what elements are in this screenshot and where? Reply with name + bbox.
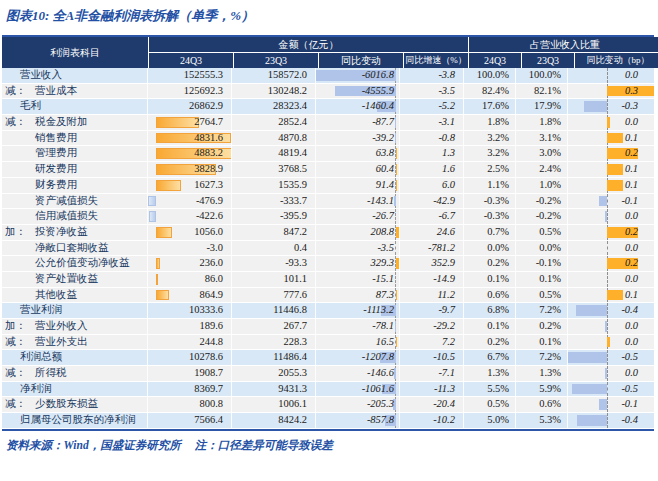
cell-value: 0.5%	[487, 398, 509, 409]
row-label: 信用减值损失	[2, 209, 98, 224]
cell-23q3-ratio: 0.5%	[516, 288, 568, 303]
cell-23q3-ratio: 5.9%	[516, 382, 568, 397]
cell-value: 0.6%	[539, 398, 561, 409]
row-label: 其他收益	[2, 288, 77, 303]
cell-24q3-ratio: 1.8%	[464, 115, 516, 130]
cell-value: -4555.9	[362, 85, 394, 96]
row-label: 净敞口套期收益	[2, 241, 109, 256]
cell-yoy-change-bp: 0.3	[568, 84, 654, 99]
cell-23q3-amount: 847.2	[232, 225, 316, 240]
cell-value: -857.8	[367, 414, 394, 425]
cell-value: 5.0%	[487, 414, 509, 425]
row-label: 销售费用	[2, 131, 77, 146]
cell-value: 60.4	[376, 163, 394, 174]
cell-23q3-amount: 101.1	[232, 272, 316, 287]
cell-value: 2.4%	[539, 163, 561, 174]
cell-value: 158572.0	[268, 69, 307, 80]
cell-24q3-amount: 8369.7	[148, 382, 232, 397]
data-bar-positive	[607, 337, 610, 348]
cell-value: 228.3	[283, 336, 307, 347]
data-bar-positive	[607, 290, 623, 301]
cell-value: 0.1%	[539, 273, 561, 284]
table-row: 营业收入152555.3158572.0-6016.8-3.8100.0%100…	[2, 68, 654, 84]
cell-24q3-amount: 1627.3	[148, 178, 232, 193]
cell-yoy-change-bp: 0.1	[568, 288, 654, 303]
table-row: 资产减值损失-476.9-333.7-143.1-42.9-0.3%-0.2%-…	[2, 194, 654, 210]
cell-value: -143.1	[367, 195, 394, 206]
cell-23q3-amount: 8424.2	[232, 413, 316, 428]
cell-value: 0.1	[625, 179, 638, 190]
cell-value: -0.2%	[536, 195, 561, 206]
cell-value: -7.1	[438, 367, 455, 378]
cell-23q3-ratio: 0.1%	[516, 272, 568, 287]
cell-value: -93.3	[285, 257, 307, 268]
cell-value: -42.9	[433, 195, 455, 206]
cell-yoy-change: 87.3	[316, 288, 400, 303]
cell-24q3-amount: 189.6	[148, 319, 232, 334]
cell-23q3-amount: 9431.3	[232, 382, 316, 397]
cell-yoy-change: -1061.6	[316, 382, 400, 397]
cell-23q3-ratio: 1.0%	[516, 178, 568, 193]
data-bar-negative	[599, 196, 607, 207]
cell-value: 847.2	[283, 226, 307, 237]
cell-yoy-growth: 352.9	[400, 256, 464, 271]
cell-value: 4819.4	[278, 147, 307, 158]
cell-item: 减：所得税	[2, 366, 148, 381]
cell-value: 10278.6	[189, 351, 223, 362]
cell-23q3-amount: 11446.8	[232, 303, 316, 318]
cell-yoy-change-bp: 0.2	[568, 225, 654, 240]
cell-item: 资产处置收益	[2, 272, 148, 287]
cell-value: 1.3%	[539, 367, 561, 378]
cell-24q3-amount: 244.8	[148, 335, 232, 350]
cell-23q3-amount: -333.7	[232, 194, 316, 209]
header-yoy-growth: 同比增速（%）	[404, 53, 468, 68]
cell-yoy-growth: -3.5	[400, 84, 464, 99]
cell-value: 5.9%	[539, 383, 561, 394]
cell-value: 0.2%	[487, 336, 509, 347]
cell-value: 236.0	[199, 257, 223, 268]
cell-yoy-change-bp: -0.4	[568, 413, 654, 428]
cell-item: 净利润	[2, 382, 148, 397]
cell-value: -0.4	[621, 414, 638, 425]
cell-23q3-ratio: 7.2%	[516, 303, 568, 318]
cell-24q3-ratio: 0.6%	[464, 288, 516, 303]
cell-yoy-change: -3.5	[316, 241, 400, 256]
cell-value: -14.9	[433, 273, 455, 284]
cell-24q3-amount: 4831.6	[148, 131, 232, 146]
cell-yoy-change-bp: 0.0	[568, 209, 654, 224]
cell-value: -10.2	[433, 414, 455, 425]
row-label: 公允价值变动净收益	[2, 256, 130, 271]
cell-value: 11446.8	[273, 304, 307, 315]
cell-yoy-change-bp: -0.3	[568, 99, 654, 114]
row-operator-prefix: 减：	[5, 397, 26, 412]
data-bar-negative	[395, 133, 396, 144]
cell-yoy-growth: 1.6	[400, 162, 464, 177]
cell-value: -15.1	[372, 273, 394, 284]
cell-value: -3.5	[377, 242, 394, 253]
header-group-ratio: 占营业收入比重	[469, 37, 658, 52]
cell-23q3-amount: 28323.4	[232, 99, 316, 114]
cell-24q3-ratio: 3.2%	[464, 146, 516, 161]
cell-item: 加：营业外收入	[2, 319, 148, 334]
cell-value: -11.3	[434, 383, 455, 394]
cell-value: -26.7	[372, 210, 394, 221]
cell-24q3-amount: 236.0	[148, 256, 232, 271]
cell-23q3-ratio: 3.0%	[516, 146, 568, 161]
cell-24q3-amount: 26862.9	[148, 99, 232, 114]
cell-value: -422.6	[196, 210, 223, 221]
cell-23q3-amount: 130248.2	[232, 84, 316, 99]
cell-value: -146.6	[367, 367, 394, 378]
cell-23q3-ratio: 7.2%	[516, 350, 568, 365]
table-row: 其他收益864.9777.687.311.20.6%0.5%0.1	[2, 288, 654, 304]
row-label: 净利润	[2, 382, 52, 397]
header-yoy-change-bp: 同比变动（bp）	[575, 53, 658, 68]
cell-value: 0.1	[625, 132, 638, 143]
cell-23q3-amount: 0.4	[232, 241, 316, 256]
cell-yoy-growth: -14.9	[400, 272, 464, 287]
row-label: 资产减值损失	[2, 194, 98, 209]
cell-yoy-growth: -9.7	[400, 303, 464, 318]
figure-title: 图表10: 全A非金融利润表拆解（单季，%）	[6, 7, 254, 25]
header-item-col: 利润表科目	[2, 37, 148, 68]
cell-value: -1207.8	[362, 351, 394, 362]
cell-value: 86.0	[205, 273, 223, 284]
